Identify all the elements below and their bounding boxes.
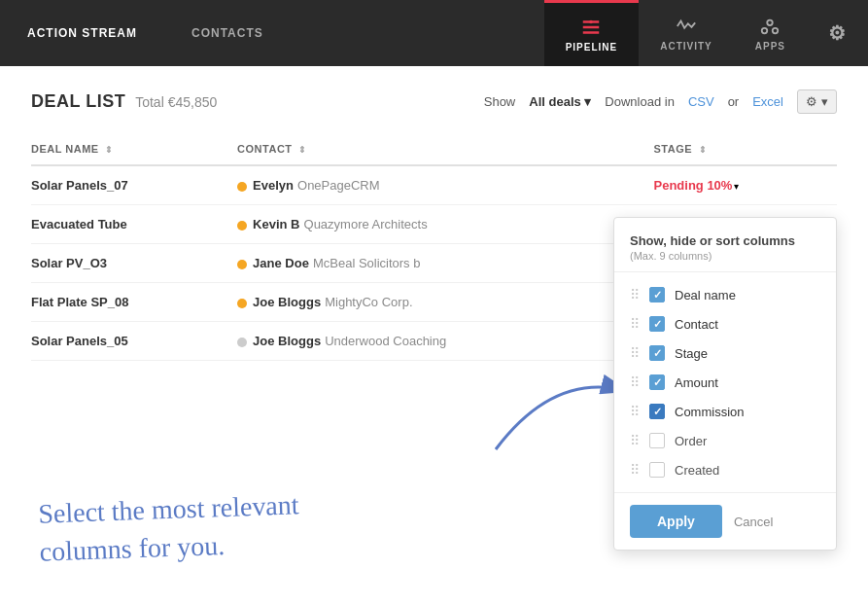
column-label-col-commission: Commission — [675, 405, 745, 419]
nav-right-icons: Pipeline Activity Apps ⚙ — [544, 0, 868, 66]
or-label: or — [728, 94, 740, 109]
contact-status-dot — [237, 338, 247, 347]
contact-first-name[interactable]: Joe Bloggs — [253, 295, 321, 309]
col-header-deal-name[interactable]: Deal Name ⇕ — [31, 133, 237, 165]
column-checkbox-col-stage[interactable] — [649, 345, 665, 361]
column-list-item-col-deal-name[interactable]: ⠿Deal name — [614, 280, 836, 309]
deal-name-text[interactable]: Solar Panels_05 — [31, 334, 128, 348]
column-label-col-contact: Contact — [675, 317, 718, 332]
drag-handle-icon: ⠿ — [630, 462, 640, 478]
activity-label: Activity — [660, 41, 712, 52]
drag-handle-icon: ⠿ — [630, 374, 640, 390]
deal-name-text[interactable]: Solar Panels_07 — [31, 178, 128, 193]
pipeline-label: Pipeline — [566, 42, 618, 53]
column-checkbox-col-contact[interactable] — [649, 316, 665, 332]
nav-activity[interactable]: Activity — [639, 0, 734, 66]
nav-settings[interactable]: ⚙ — [807, 0, 868, 66]
contact-first-name[interactable]: Jane Doe — [253, 256, 309, 270]
settings-arrow: ▾ — [821, 94, 828, 109]
show-label: Show — [484, 94, 516, 109]
stage-value[interactable]: Pending 10% — [654, 178, 733, 193]
contact-first-name[interactable]: Kevin B — [253, 217, 299, 231]
column-label-col-created: Created — [675, 463, 719, 478]
sort-arrows-contact: ⇕ — [298, 145, 307, 155]
contact-last-name: McBeal Solicitors b — [313, 256, 421, 270]
page-title-area: Deal List Total €45,850 — [31, 91, 217, 112]
nav-pipeline[interactable]: Pipeline — [544, 0, 640, 66]
sort-arrows-stage: ⇕ — [699, 145, 708, 155]
all-deals-dropdown[interactable]: All deals ▾ — [529, 94, 591, 109]
contact-status-dot — [237, 260, 247, 269]
panel-footer: Apply Cancel — [614, 492, 836, 550]
handwriting-line2: columns for you. — [39, 523, 300, 571]
page-header: Deal List Total €45,850 Show All deals ▾… — [31, 89, 837, 114]
header-actions: Show All deals ▾ Download in CSV or Exce… — [484, 89, 837, 114]
column-list-item-col-created[interactable]: ⠿Created — [614, 455, 836, 484]
cell-contact: Kevin BQuazymore Architects — [237, 205, 653, 244]
col-header-stage[interactable]: Stage ⇕ — [654, 133, 838, 165]
page-title: Deal List — [31, 91, 125, 112]
nav-action-stream[interactable]: Action Stream — [0, 0, 164, 66]
cell-contact: Joe BloggsUnderwood Coaching — [237, 322, 653, 361]
nav-apps[interactable]: Apps — [734, 0, 807, 66]
contact-first-name[interactable]: Evelyn — [253, 178, 294, 193]
contact-first-name[interactable]: Joe Bloggs — [253, 334, 321, 348]
table-row: Solar Panels_07EvelynOnePageCRMPending 1… — [31, 165, 837, 205]
column-checkbox-col-amount[interactable] — [649, 374, 665, 390]
svg-point-0 — [590, 20, 594, 24]
drag-handle-icon: ⠿ — [630, 287, 640, 302]
column-label-col-stage: Stage — [675, 346, 708, 361]
col-header-contact[interactable]: Contact ⇕ — [237, 133, 653, 165]
cancel-button[interactable]: Cancel — [734, 515, 773, 529]
column-panel-header: Show, hide or sort columns (Max. 9 colum… — [614, 233, 836, 272]
apply-button[interactable]: Apply — [630, 505, 722, 538]
download-csv[interactable]: CSV — [688, 94, 714, 109]
handwriting-line1: Select the most relevant — [38, 485, 299, 533]
column-label-col-order: Order — [675, 434, 707, 448]
contact-status-dot — [237, 221, 247, 231]
contact-last-name: OnePageCRM — [297, 178, 380, 193]
deal-name-text[interactable]: Solar PV_O3 — [31, 256, 107, 270]
download-excel[interactable]: Excel — [752, 94, 783, 109]
cell-deal-name: Solar PV_O3 — [31, 244, 237, 283]
apps-label: Apps — [755, 41, 785, 52]
column-list-item-col-order[interactable]: ⠿Order — [614, 426, 836, 455]
cell-contact: Joe BloggsMightyCo Corp. — [237, 283, 653, 322]
cell-deal-name: Flat Plate SP_08 — [31, 283, 237, 322]
total-amount: Total €45,850 — [135, 94, 217, 110]
column-list-item-col-contact[interactable]: ⠿Contact — [614, 309, 836, 338]
cell-deal-name: Evacuated Tube — [31, 205, 237, 244]
deal-name-text[interactable]: Flat Plate SP_08 — [31, 295, 128, 309]
main-content: Deal List Total €45,850 Show All deals ▾… — [0, 66, 868, 605]
column-settings-button[interactable]: ⚙ ▾ — [797, 89, 837, 114]
nav-left-links: Action Stream Contacts — [0, 0, 291, 66]
column-checkbox-col-commission[interactable] — [649, 404, 665, 419]
svg-point-1 — [768, 19, 774, 24]
sort-arrows-deal: ⇕ — [105, 145, 114, 155]
column-list: ⠿Deal name⠿Contact⠿Stage⠿Amount⠿Commissi… — [614, 272, 836, 492]
cell-contact: Jane DoeMcBeal Solicitors b — [237, 244, 653, 283]
top-navigation: Action Stream Contacts Pipeline Activity — [0, 0, 868, 66]
column-panel-title: Show, hide or sort columns — [630, 233, 820, 248]
gear-icon: ⚙ — [806, 94, 817, 109]
column-panel: Show, hide or sort columns (Max. 9 colum… — [613, 217, 837, 551]
nav-contacts[interactable]: Contacts — [164, 0, 291, 66]
contact-last-name: MightyCo Corp. — [325, 295, 412, 309]
stage-dropdown-arrow: ▾ — [734, 181, 739, 192]
column-list-item-col-stage[interactable]: ⠿Stage — [614, 338, 836, 368]
handwriting-annotation: Select the most relevant columns for you… — [38, 485, 301, 571]
table-header: Deal Name ⇕ Contact ⇕ Stage ⇕ — [31, 133, 837, 165]
column-list-item-col-amount[interactable]: ⠿Amount — [614, 368, 836, 397]
contact-last-name: Underwood Coaching — [325, 334, 446, 348]
contact-status-dot — [237, 182, 247, 192]
column-panel-subtitle: (Max. 9 columns) — [630, 250, 820, 262]
column-checkbox-col-created[interactable] — [649, 462, 665, 478]
gear-icon: ⚙ — [828, 23, 847, 43]
deal-name-text[interactable]: Evacuated Tube — [31, 217, 127, 231]
column-label-col-amount: Amount — [675, 375, 718, 390]
column-checkbox-col-order[interactable] — [649, 433, 665, 448]
column-checkbox-col-deal-name[interactable] — [649, 287, 665, 302]
cell-stage: Pending 10%▾ — [654, 165, 838, 205]
contact-status-dot — [237, 299, 247, 308]
column-list-item-col-commission[interactable]: ⠿Commission — [614, 397, 836, 426]
